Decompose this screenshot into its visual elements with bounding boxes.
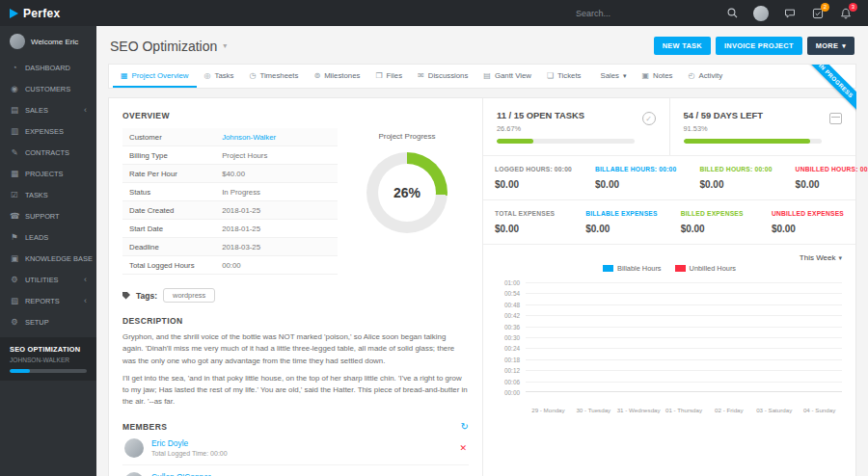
sidebar-item[interactable]: ▥ EXPENSES xyxy=(0,120,96,142)
search-icon[interactable] xyxy=(725,7,739,20)
tab[interactable]: ▦ Project Overview xyxy=(113,65,197,88)
tab[interactable]: ⊚ Milestones xyxy=(306,65,367,88)
legend-label: Billable Hours xyxy=(617,264,662,273)
global-search-input[interactable] xyxy=(576,9,711,18)
sidebar-item[interactable]: ⚑ LEADS xyxy=(0,226,96,248)
calendar-icon xyxy=(829,113,842,124)
header-actions: NEW TASK INVOICE PROJECT MORE xyxy=(654,37,854,55)
tab[interactable]: ❒ Files xyxy=(367,65,410,88)
overview-row-label: Deadline xyxy=(129,243,222,251)
tab[interactable]: ▣ Notes xyxy=(635,65,681,88)
tag-chip[interactable]: wordpress xyxy=(163,288,215,303)
tab[interactable]: ◴ Activity xyxy=(680,65,730,88)
refresh-icon[interactable] xyxy=(461,422,469,432)
x-axis-label: 01 - Thursday xyxy=(662,407,707,413)
finance-stat: UNBILLED HOURS: 00:00 $0.00 xyxy=(784,156,868,199)
caret-down-icon xyxy=(842,41,846,50)
remove-member-icon[interactable] xyxy=(459,443,467,453)
tab-label: Gantt View xyxy=(495,71,531,80)
tab[interactable]: ✉ Discussions xyxy=(410,65,475,88)
sidebar-item[interactable]: ✎ CONTRACTS xyxy=(0,142,96,163)
active-project-name: SEO OPTIMIZATION xyxy=(10,345,87,354)
tab-icon: ◷ xyxy=(249,71,256,80)
sidebar-welcome[interactable]: Welcome Eric xyxy=(0,26,96,57)
y-axis-label: 01:00 xyxy=(497,278,526,288)
user-avatar[interactable] xyxy=(753,6,769,21)
new-task-button[interactable]: NEW TASK xyxy=(654,37,711,55)
todo-icon[interactable]: 2 xyxy=(811,7,825,20)
legend-label: Unbilled Hours xyxy=(690,264,736,273)
caret-down-icon xyxy=(623,71,627,80)
overview-row-label: Customer xyxy=(129,133,222,142)
tab[interactable]: ◷ Timesheets xyxy=(241,65,306,88)
open-tasks-stat: 11 / 15 OPEN TASKS 26.67% xyxy=(483,98,669,155)
title-dropdown-icon[interactable] xyxy=(223,41,227,50)
description-heading: DESCRIPTION xyxy=(122,316,469,326)
chevron-left-icon xyxy=(84,276,87,284)
member-avatar xyxy=(124,472,144,476)
sidebar-item[interactable]: ⚙ UTILITIES xyxy=(0,269,96,290)
finance-stat: BILLABLE HOURS: 00:00 $0.00 xyxy=(583,156,688,199)
tab[interactable]: Sales xyxy=(589,65,635,88)
chart-range-select[interactable]: This Week xyxy=(800,253,842,262)
sidebar-item[interactable]: ☑ TASKS xyxy=(0,184,96,205)
project-progress-donut: 26% xyxy=(366,152,448,233)
overview-row: Date Created 2018-01-25 xyxy=(122,201,338,220)
member-avatar xyxy=(124,438,144,458)
overview-row-label: Billing Type xyxy=(129,151,222,160)
sidebar-user-avatar xyxy=(10,34,25,49)
y-axis-label: 00:48 xyxy=(497,300,526,310)
tab-icon: ▣ xyxy=(642,71,650,80)
tab-label: Tasks xyxy=(214,71,233,80)
tab-icon: ◎ xyxy=(204,71,211,80)
brand-logo[interactable]: Perfex xyxy=(0,7,96,20)
sidebar-item[interactable]: ▣ KNOWLEDGE BASE xyxy=(0,248,96,269)
finance-stat-value: $0.00 xyxy=(495,179,572,190)
finance-stat: LOGGED HOURS: 00:00 $0.00 xyxy=(483,156,583,199)
finance-stat: BILLED EXPENSES $0.00 xyxy=(669,200,760,244)
invoice-project-button[interactable]: INVOICE PROJECT xyxy=(716,37,802,55)
sidebar-item[interactable]: ▤ SALES xyxy=(0,99,96,120)
more-button[interactable]: MORE xyxy=(807,37,854,55)
sidebar-item[interactable]: ☎ SUPPORT xyxy=(0,205,96,226)
finance-stat-value: $0.00 xyxy=(772,224,844,234)
legend-swatch xyxy=(675,265,686,272)
overview-table: Customer Johnson-Walker Billing Type Pro… xyxy=(122,128,338,275)
tab-label: Discussions xyxy=(428,71,469,80)
y-axis-label: 00:06 xyxy=(497,377,526,387)
welcome-label: Welcome Eric xyxy=(31,38,78,46)
sidebar-item-icon: ▧ xyxy=(10,296,19,305)
stats-panel: 11 / 15 OPEN TASKS 26.67% 54 / 59 DAYS L… xyxy=(482,98,855,476)
overview-row: Deadline 2018-03-25 xyxy=(122,238,338,256)
sidebar-item-icon: ⚙ xyxy=(10,317,19,327)
legend-swatch xyxy=(603,265,613,272)
y-axis-label: 00:12 xyxy=(497,365,526,376)
chevron-left-icon xyxy=(84,106,87,115)
sidebar-item[interactable]: ⚙ SETUP xyxy=(0,311,96,332)
sidebar-item[interactable]: ▦ PROJECTS xyxy=(0,163,96,184)
member-name-link[interactable]: Cullen O'Conner xyxy=(151,472,228,476)
project-progress-value: 26% xyxy=(366,152,448,233)
tab[interactable]: ▤ Gantt View xyxy=(475,65,539,88)
sidebar-item[interactable]: ◉ CUSTOMERS xyxy=(0,78,96,99)
sidebar-item[interactable]: ▧ REPORTS xyxy=(0,290,96,311)
chevron-left-icon xyxy=(84,297,87,305)
tab[interactable]: ◎ Tasks xyxy=(197,65,242,88)
sidebar-item-icon: ✎ xyxy=(10,147,19,157)
page-title: SEO Optimization xyxy=(110,39,217,54)
legend-item[interactable]: Unbilled Hours xyxy=(675,264,736,273)
tab-label: Notes xyxy=(653,71,672,80)
member-name-link[interactable]: Eric Doyle xyxy=(151,438,228,448)
tab[interactable]: ❏ Tickets xyxy=(539,65,589,88)
check-circle-icon xyxy=(642,112,656,125)
overview-row-label: Status xyxy=(129,188,222,197)
finance-stat-value: $0.00 xyxy=(699,179,772,190)
notifications-bell-icon[interactable]: 3 xyxy=(839,7,853,20)
sidebar-item-icon: ☎ xyxy=(10,211,19,221)
legend-item[interactable]: Billable Hours xyxy=(603,264,662,273)
chat-icon[interactable] xyxy=(783,7,797,20)
sidebar-active-project[interactable]: SEO OPTIMIZATION JOHNSON-WALKER xyxy=(0,337,96,381)
sidebar-item[interactable]: ◔ DASHBOARD xyxy=(0,57,96,78)
x-axis-label: 03 - Saturday xyxy=(751,407,797,413)
topbar: Perfex 2 3 xyxy=(0,0,868,26)
